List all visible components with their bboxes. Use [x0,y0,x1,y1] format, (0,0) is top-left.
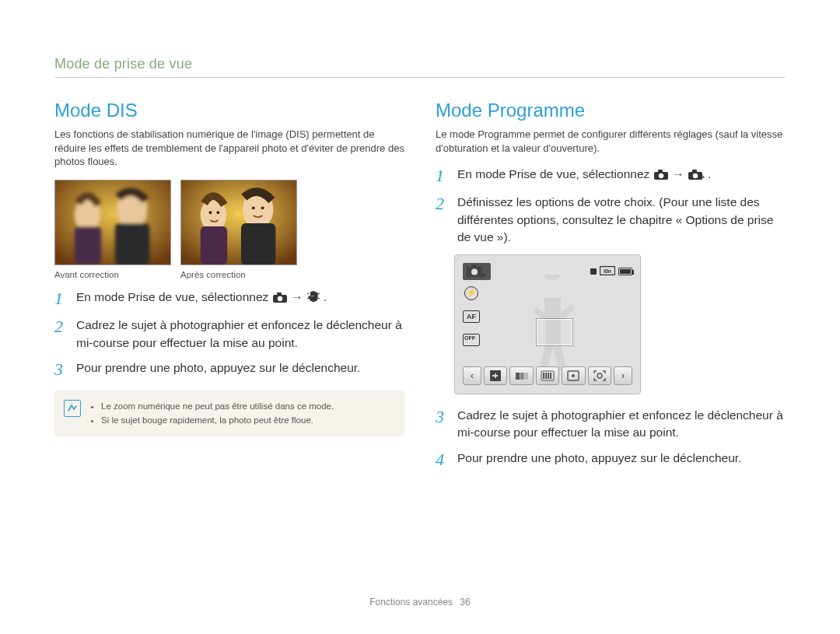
note-box: Le zoom numérique ne peut pas être utili… [54,391,404,436]
step-text: Pour prendre une photo, appuyez sur le d… [76,359,404,380]
svg-text:I0н: I0н [604,268,611,274]
svg-rect-31 [516,373,520,380]
page-number: 36 [460,597,470,608]
svg-point-19 [658,173,663,178]
face-detect-icon [588,366,611,385]
svg-rect-5 [181,180,296,264]
step-2: 2 Cadrez le sujet à photographier et enf… [54,317,404,352]
step-3: 3 Pour prendre une photo, appuyez sur le… [54,359,404,380]
svg-point-10 [209,211,212,214]
step-number: 3 [54,359,68,380]
caption-before: Avant correction [54,270,171,279]
single-shot-icon [590,268,597,275]
svg-rect-25 [471,264,477,268]
screen-status-icons: I0н [590,264,632,278]
step-text: Cadrez le sujet à photographier et enfon… [76,317,404,352]
svg-rect-18 [658,170,663,173]
caption-after: Après correction [180,270,246,279]
next-arrow-icon: › [614,366,632,385]
step-text: Cadrez le sujet à photographier et enfon… [457,407,786,442]
step-1: 1 En mode Prise de vue, sélectionnez → . [54,289,404,309]
steps-programme: 1 En mode Prise de vue, sélectionnez → P… [436,166,786,247]
timer-off-icon: OFF [463,331,480,349]
note-item: Si le sujet bouge rapidement, la photo p… [101,414,394,427]
photo-captions: Avant correction Après correction [54,270,404,279]
focus-frame-icon [537,319,572,345]
manual-page: Mode de prise de vue Mode DIS Les foncti… [0,0,840,634]
screen-bottom-toolbar: ‹ › [463,366,632,386]
camera-p-icon: P [688,168,705,185]
svg-rect-32 [520,373,523,380]
step-number: 2 [436,194,450,246]
step-number: 1 [436,166,450,186]
svg-rect-4 [115,223,149,264]
photo-after [180,180,297,265]
svg-rect-38 [550,373,551,379]
svg-point-11 [216,211,219,214]
svg-point-13 [261,206,264,209]
step-text: Pour prendre une photo, appuyez sur le d… [457,450,786,470]
note-list: Le zoom numérique ne peut pas être utili… [90,400,394,427]
resolution-icon: I0н [600,264,615,278]
chapter-title: Mode de prise de vue [54,56,786,72]
photo-before [54,180,171,265]
svg-point-12 [252,206,255,209]
two-column-layout: Mode DIS Les fonctions de stabilisation … [54,100,786,478]
step-text: En mode Prise de vue, sélectionnez → P . [457,166,786,186]
svg-point-41 [597,373,602,378]
prev-arrow-icon: ‹ [463,366,481,385]
step-number: 1 [54,289,68,309]
svg-rect-36 [545,373,547,379]
svg-rect-37 [548,373,549,379]
svg-rect-0 [55,180,170,264]
step-text: En mode Prise de vue, sélectionnez → . [76,289,404,309]
svg-point-16 [277,296,282,300]
footer-section: Fonctions avancées [369,597,453,608]
left-column: Mode DIS Les fonctions de stabilisation … [54,100,404,478]
right-column: Mode Programme Le mode Programme permet … [436,100,786,478]
screen-side-icons: ⚡ AF OFF [463,285,480,349]
intro-programme: Le mode Programme permet de configurer d… [436,128,786,155]
section-title-programme: Mode Programme [436,100,786,121]
svg-point-22 [693,173,698,178]
step-1: 1 En mode Prise de vue, sélectionnez → P… [436,166,786,186]
battery-icon [618,268,632,275]
ev-icon [484,366,507,385]
step-4: 4 Pour prendre une photo, appuyez sur le… [436,450,786,470]
camera-screen-diagram: P I0н ⚡ AF OFF [454,254,641,394]
steps-programme-cont: 3 Cadrez le sujet à photographier et enf… [436,407,786,470]
svg-rect-2 [75,226,102,264]
svg-rect-9 [241,223,275,264]
flash-icon: ⚡ [463,285,480,302]
intro-dis: Les fonctions de stabilisation numérique… [54,128,404,169]
iso-icon [536,366,559,385]
svg-text:P: P [701,175,705,180]
step-3: 3 Cadrez le sujet à photographier et enf… [436,407,786,442]
svg-point-26 [471,268,478,275]
wb-icon [509,366,533,385]
svg-rect-15 [277,292,282,296]
page-footer: Fonctions avancées 36 [0,597,840,608]
chapter-rule [54,77,786,78]
metering-icon [562,366,585,385]
mode-badge-icon: P [463,263,491,280]
camera-icon [653,168,669,185]
step-number: 3 [436,407,450,442]
step-number: 4 [436,450,450,470]
af-icon: AF [463,308,480,325]
camera-icon [272,291,288,308]
svg-rect-21 [692,170,697,173]
svg-text:P: P [481,272,486,278]
svg-rect-33 [524,373,528,380]
svg-point-40 [572,374,575,377]
hand-icon [306,289,320,308]
example-photos [54,180,404,265]
note-icon [64,400,81,417]
step-text: Définissez les options de votre choix. (… [457,194,786,246]
steps-dis: 1 En mode Prise de vue, sélectionnez → . [54,289,404,380]
section-title-dis: Mode DIS [54,100,404,121]
svg-rect-35 [543,373,544,379]
note-item: Le zoom numérique ne peut pas être utili… [101,400,394,413]
step-number: 2 [54,317,68,352]
step-2: 2 Définissez les options de votre choix.… [436,194,786,246]
